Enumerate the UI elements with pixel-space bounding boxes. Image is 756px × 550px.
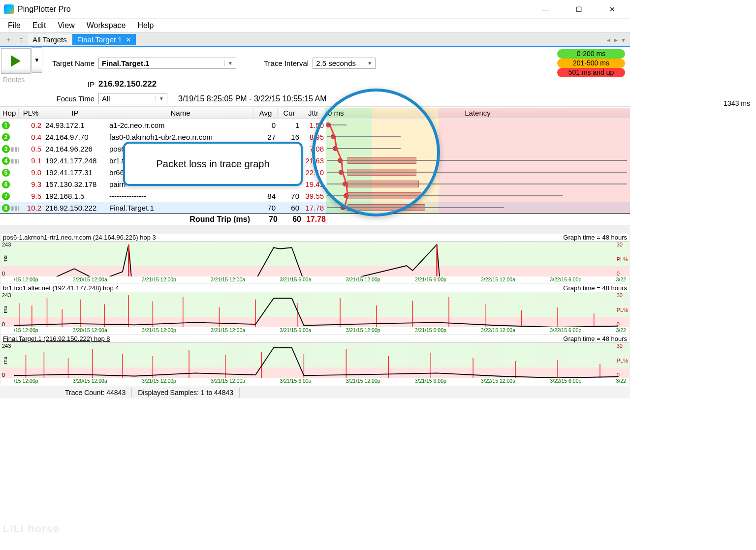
table-row[interactable]: 6 9.3157.130.32.178 pairn 19.41 ✕	[0, 178, 630, 190]
displayed-samples: Displayed Samples: 1 to 44843	[132, 388, 240, 397]
target-name-value: Final.Target.1	[102, 59, 149, 67]
bars-icon: ▮▮▮	[11, 157, 19, 164]
menu-view[interactable]: View	[53, 20, 79, 31]
table-row[interactable]: 2 0.424.164.97.70 fas0-0.akrnoh1-ubr2.ne…	[0, 131, 630, 143]
summary-cur: 60	[278, 215, 301, 224]
routes-button[interactable]: Routes	[0, 75, 42, 85]
col-jttr[interactable]: Jttr	[301, 108, 326, 118]
trace-interval-value: 2.5 seconds	[316, 59, 356, 67]
menu-edit[interactable]: Edit	[28, 20, 51, 31]
chevron-down-icon: ▼	[364, 61, 372, 66]
focus-time-select[interactable]: All ▼	[98, 93, 167, 104]
summary-label: Round Trip (ms)	[107, 215, 254, 224]
play-button[interactable]	[1, 48, 31, 74]
table-row[interactable]: 8▮▮▮ 10.2216.92.150.222 Final.Target.170…	[0, 202, 630, 214]
legend-low: 0-200 ms	[557, 49, 625, 59]
tab-next-icon[interactable]: ▸	[614, 36, 618, 44]
focus-time-label: Focus Time	[45, 94, 94, 103]
timeline-graphs: pos6-1.akrnoh1-rtr1.neo.rr.com (24.164.9…	[0, 225, 630, 385]
table-row[interactable]: 1 0.2 24.93.172.1 a1-2c.neo.rr.com 0 1 1…	[0, 119, 630, 131]
summary-avg: 70	[254, 215, 278, 224]
table-row[interactable]: 7 9.5192.168.1.5 ---------------84 7039.…	[0, 190, 630, 202]
col-latency[interactable]: 0 ms Latency	[326, 108, 630, 118]
tab-all-targets[interactable]: All Targets	[28, 34, 72, 45]
titlebar: PingPlotter Pro — ☐ ✕	[0, 0, 630, 19]
col-hop[interactable]: Hop	[0, 108, 19, 118]
target-name-select[interactable]: Final.Target.1 ▼	[98, 58, 236, 69]
col-pl[interactable]: PL%	[19, 108, 43, 118]
hop-table: 1 0.2 24.93.172.1 a1-2c.neo.rr.com 0 1 1…	[0, 119, 630, 214]
table-header: Hop PL% IP Name Avg Cur Jttr 0 ms Latenc…	[0, 106, 630, 119]
summary-jttr: 17.78	[301, 215, 326, 224]
legend-high: 501 ms and up	[557, 68, 625, 77]
tab-final-target[interactable]: Final.Target.1 ✕	[72, 34, 136, 45]
ip-value: 216.92.150.222	[98, 79, 157, 89]
bars-icon: ▮▮▮	[11, 146, 19, 153]
list-icon[interactable]: ≡	[17, 35, 26, 44]
legend-mid: 201-500 ms	[557, 59, 625, 68]
annotation-callout: Packet loss in trace graph	[123, 142, 303, 186]
play-options-button[interactable]: ▼	[32, 47, 42, 73]
graph-hop3[interactable]: pos6-1.akrnoh1-rtr1.neo.rr.com (24.164.9…	[1, 234, 629, 283]
statusbar: Trace Count: 44843 Displayed Samples: 1 …	[0, 386, 630, 398]
col-name[interactable]: Name	[107, 108, 254, 118]
focus-time-value: All	[102, 94, 110, 103]
close-tab-icon[interactable]: ✕	[126, 36, 131, 43]
summary-row: Round Trip (ms) 70 60 17.78	[0, 214, 630, 225]
col-ip[interactable]: IP	[43, 108, 107, 118]
tabbar: ＋ ≡ All Targets Final.Target.1 ✕ ◂ ▸ ▾	[0, 32, 630, 47]
menu-help[interactable]: Help	[132, 20, 158, 31]
col-avg[interactable]: Avg	[254, 108, 278, 118]
latency-legend: 0-200 ms 201-500 ms 501 ms and up	[557, 49, 627, 77]
lat-zero: 0 ms	[328, 109, 344, 117]
trace-interval-label: Trace Interval	[264, 59, 309, 67]
tab-prev-icon[interactable]: ◂	[607, 36, 610, 44]
timerange-text: 3/19/15 8:25:05 PM - 3/22/15 10:55:15 AM	[178, 94, 327, 103]
graph-hop8[interactable]: Final.Target.1 (216.92.150.222) hop 8Gra…	[1, 335, 629, 385]
table-row[interactable]: 3▮▮▮ 0.524.164.96.226 pos6 7.08 ✕	[0, 143, 630, 154]
tab-dropdown-icon[interactable]: ▾	[622, 36, 625, 44]
menubar: File Edit View Workspace Help	[0, 19, 630, 32]
col-cur[interactable]: Cur	[278, 108, 301, 118]
tab-nav: ◂ ▸ ▾	[607, 36, 628, 44]
app-title: PingPlotter Pro	[18, 5, 536, 14]
trace-interval-select[interactable]: 2.5 seconds ▼	[313, 58, 376, 69]
bars-icon: ▮▮▮	[11, 205, 19, 212]
graph-hop4[interactable]: br1.tco1.alter.net (192.41.177.248) hop …	[1, 284, 629, 334]
target-name-label: Target Name	[45, 59, 94, 67]
close-button[interactable]: ✕	[602, 3, 622, 15]
minimize-button[interactable]: —	[536, 3, 555, 15]
trace-count: Trace Count: 44843	[59, 388, 132, 397]
table-row[interactable]: 5 9.0192.41.177.31 br66 22.10 ✕	[0, 166, 630, 178]
menu-workspace[interactable]: Workspace	[82, 20, 131, 31]
chevron-down-icon: ▼	[224, 61, 233, 66]
table-row[interactable]: 4▮▮▮ 9.1192.41.177.248 br1.t 21.63 ✕	[0, 154, 630, 166]
maximize-button[interactable]: ☐	[569, 3, 589, 15]
app-icon	[4, 4, 14, 14]
menu-file[interactable]: File	[3, 20, 26, 31]
new-tab-icon[interactable]: ＋	[4, 35, 13, 44]
ip-label: IP	[45, 80, 94, 89]
tab-label: Final.Target.1	[77, 35, 122, 44]
chevron-down-icon: ▼	[156, 96, 164, 101]
